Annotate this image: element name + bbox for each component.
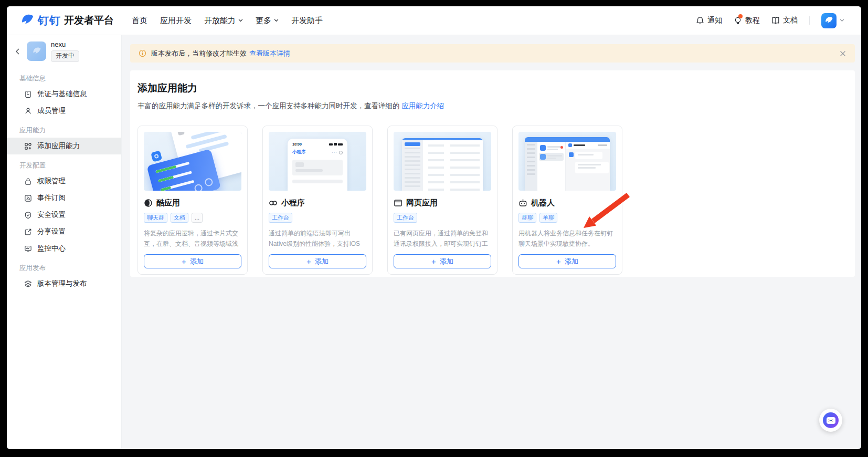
collapse-sidebar-icon[interactable]: [14, 48, 22, 55]
add-button-label: 添加: [190, 257, 204, 266]
subtitle-text: 丰富的应用能力满足多样的开发诉求，一个应用支持多种能力同时开发，查看详细的: [137, 102, 400, 110]
capability-card-list: 酷应用 聊天群 文档 ... 将复杂的应用逻辑，通过卡片式交互，在群、文档、音视…: [137, 126, 848, 275]
top-navbar: 钉钉 开发者平台 首页 应用开发 开放能力 更多 开发助手 通知 教程 文档: [7, 6, 861, 35]
plus-icon: +: [431, 257, 436, 265]
version-banner: 版本发布后，当前修改才能生效 查看版本详情: [130, 44, 855, 63]
nav-item-home[interactable]: 首页: [125, 6, 154, 35]
add-button-label: 添加: [440, 257, 453, 266]
card-description: 将复杂的应用逻辑，通过卡片式交互，在群、文档、音视频等场域浅透出给成员快...: [144, 228, 241, 249]
card-title: 机器人: [531, 198, 555, 208]
shield-check-icon: [24, 211, 32, 219]
notice-button[interactable]: 通知: [696, 16, 722, 25]
section-title-basic-info: 基础信息: [7, 74, 121, 83]
mock-app-title: 小程序: [292, 149, 306, 155]
avatar: [821, 13, 837, 28]
add-webapp-button[interactable]: + 添加: [394, 254, 491, 268]
info-icon: [139, 49, 146, 57]
capability-intro-link[interactable]: 应用能力介绍: [401, 102, 444, 110]
banner-text: 版本发布后，当前修改才能生效: [151, 49, 247, 58]
tag-single-chat: 单聊: [539, 213, 557, 223]
chevron-down-icon: [840, 19, 844, 22]
tutorial-button[interactable]: 教程: [734, 16, 760, 25]
nav-right: 通知 教程 文档: [696, 13, 844, 28]
sidebar-item-label: 凭证与基础信息: [37, 89, 87, 99]
sidebar-item-share-settings[interactable]: 分享设置: [7, 223, 121, 240]
sidebar-item-members[interactable]: 成员管理: [7, 102, 121, 119]
card-description: 用机器人将业务信息和任务在钉钉聊天场景中实现敏捷协作。: [518, 228, 616, 249]
sidebar-item-event-subscription[interactable]: 事件订阅: [7, 190, 121, 206]
notification-dot: [738, 14, 743, 18]
nav-item-label: 应用开发: [160, 16, 192, 26]
card-tags: 聊天群 文档 ...: [144, 213, 241, 223]
robot-icon: [518, 199, 527, 207]
nav-item-dev-assistant[interactable]: 开发助手: [285, 6, 329, 35]
miniapp-preview-image: 10:00 小程序 ···: [269, 132, 366, 191]
tutorial-label: 教程: [745, 16, 760, 25]
plus-icon: +: [306, 257, 311, 265]
layers-icon: [24, 280, 32, 288]
nav-item-label: 更多: [256, 16, 271, 26]
robot-preview-image: [518, 132, 616, 191]
tag-workbench: 工作台: [269, 213, 292, 223]
app-header: nexu 开发中: [7, 35, 121, 67]
section-title-release: 应用发布: [7, 264, 121, 273]
page-title: 添加应用能力: [137, 81, 848, 95]
tag-workbench: 工作台: [394, 213, 417, 223]
assistant-floating-button[interactable]: ><: [819, 409, 842, 432]
sidebar-item-monitor-center[interactable]: 监控中心: [7, 240, 121, 257]
nav-item-app-dev[interactable]: 应用开发: [154, 6, 198, 35]
assistant-face: ><: [827, 417, 835, 424]
sidebar-item-credentials[interactable]: 凭证与基础信息: [7, 86, 121, 102]
capability-panel: 添加应用能力 丰富的应用能力满足多样的开发诉求，一个应用支持多种能力同时开发，查…: [130, 70, 855, 277]
member-icon: [24, 107, 32, 115]
nav-item-label: 开放能力: [204, 16, 236, 26]
plus-icon: +: [182, 257, 186, 265]
tag-chat-group: 聊天群: [144, 213, 167, 223]
card-tags: 工作台: [269, 213, 366, 223]
lock-icon: [24, 178, 32, 185]
card-title: 网页应用: [406, 198, 438, 208]
sidebar-item-version-release[interactable]: 版本管理与发布: [7, 275, 121, 292]
app-name: nexu: [51, 40, 79, 48]
brand[interactable]: 钉钉 开发者平台: [19, 13, 114, 28]
sidebar-item-security[interactable]: 安全设置: [7, 206, 121, 223]
card-tags: 工作台: [394, 213, 491, 223]
capability-card-miniapp: 10:00 小程序 ···: [262, 126, 373, 275]
share-icon: [24, 228, 32, 236]
chevron-down-icon: [238, 19, 243, 22]
add-robot-button[interactable]: + 添加: [518, 254, 616, 268]
capability-card-robot: 机器人 群聊 单聊 用机器人将业务信息和任务在钉钉聊天场景中实现敏捷协作。 + …: [512, 126, 622, 275]
add-miniapp-button[interactable]: + 添加: [269, 254, 366, 268]
nav-item-label: 开发助手: [291, 16, 323, 26]
card-tags: 群聊 单聊: [518, 213, 616, 223]
docs-button[interactable]: 文档: [771, 16, 798, 25]
tag-document: 文档: [171, 213, 188, 223]
sidebar: nexu 开发中 基础信息 凭证与基础信息 成员管理 应用能力 添加应用能力 开…: [7, 35, 122, 449]
nav-item-open-capability[interactable]: 开放能力: [198, 6, 249, 35]
assistant-icon: ><: [823, 412, 839, 428]
bell-icon: [696, 16, 704, 25]
section-title-dev-config: 开发配置: [7, 161, 121, 170]
account-menu[interactable]: [821, 13, 844, 28]
sidebar-item-permissions[interactable]: 权限管理: [7, 173, 121, 190]
webapp-icon: [394, 199, 403, 207]
tag-group-chat: 群聊: [518, 213, 536, 223]
monitor-icon: [24, 245, 32, 253]
card-title: 小程序: [281, 198, 305, 208]
add-capability-icon: [24, 142, 32, 150]
app-window: 钉钉 开发者平台 首页 应用开发 开放能力 更多 开发助手 通知 教程 文档: [7, 6, 861, 449]
capability-card-coolapp: 酷应用 聊天群 文档 ... 将复杂的应用逻辑，通过卡片式交互，在群、文档、音视…: [137, 126, 248, 275]
close-icon[interactable]: [839, 50, 846, 57]
sidebar-item-add-capability[interactable]: 添加应用能力: [7, 138, 121, 154]
card-description: 已有网页应用，通过简单的免登和通讯录权限接入，即可实现钉钉工作台快捷使用。: [394, 228, 491, 249]
book-icon: [771, 16, 780, 25]
tag-more: ...: [192, 213, 203, 223]
add-coolapp-button[interactable]: + 添加: [144, 254, 241, 268]
banner-version-link[interactable]: 查看版本详情: [249, 49, 290, 58]
sidebar-item-label: 版本管理与发布: [37, 279, 87, 288]
card-description: 通过简单的前端语法即可写出Native级别的性能体验，支持iOS和Android…: [269, 228, 366, 249]
nav-item-more[interactable]: 更多: [249, 6, 285, 35]
capability-card-webapp: 网页应用 工作台 已有网页应用，通过简单的免登和通讯录权限接入，即可实现钉钉工作…: [387, 126, 497, 275]
card-title: 酷应用: [156, 198, 180, 208]
app-icon: [27, 41, 46, 61]
